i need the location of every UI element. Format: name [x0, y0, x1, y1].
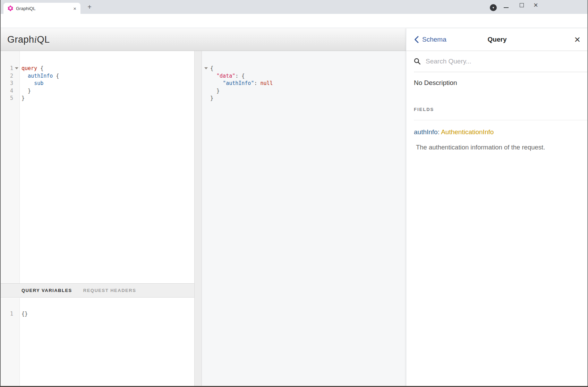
back-chevron-icon	[414, 36, 419, 43]
fold-arrow-icon[interactable]	[15, 67, 18, 69]
field-description: The authentication information of the re…	[416, 144, 545, 151]
graphiql-toolbar: GraphiQL PrettifyMergeCopyHistoryShare	[0, 28, 406, 51]
code-line[interactable]: sub	[22, 79, 43, 87]
line-number: 1	[0, 310, 13, 318]
tab-title: GraphiQL	[16, 6, 72, 11]
line-number: 2	[0, 72, 13, 80]
code-line[interactable]: "authInfo": null	[210, 79, 273, 87]
fields-divider	[414, 120, 588, 120]
code-line[interactable]: }	[22, 94, 25, 102]
field-name-link[interactable]: authInfo	[414, 128, 438, 136]
code-line[interactable]: }	[210, 94, 213, 102]
field-entry: authInfo: AuthenticationInfo	[414, 128, 494, 136]
browser-toolbar: ← → ↻ i localhost:3000/graphql ☆ P ✛	[0, 14, 588, 28]
graphql-logo-icon	[8, 6, 13, 11]
code-line[interactable]: {}	[22, 310, 28, 318]
window-border-left	[0, 0, 1, 387]
field-type-link[interactable]: AuthenticationInfo	[441, 128, 494, 136]
tab-search-icon[interactable]: ▾	[490, 4, 497, 11]
fields-heading: FIELDS	[414, 107, 434, 112]
line-number: 5	[0, 94, 13, 102]
code-line[interactable]: query {	[22, 64, 43, 72]
code-line[interactable]: "data": {	[210, 72, 245, 80]
tab-close-icon[interactable]: ×	[72, 6, 78, 11]
code-line[interactable]: }	[22, 87, 31, 95]
doc-explorer-back-link[interactable]: Schema	[414, 36, 446, 43]
new-tab-button[interactable]: +	[85, 3, 94, 11]
doc-search-field[interactable]: Search Query...	[414, 51, 588, 72]
variables-tab-bar: QUERY VARIABLESREQUEST HEADERS	[0, 283, 194, 298]
type-description: No Description	[414, 79, 457, 87]
browser-window: GraphiQL × + ▾ × ← → ↻ i localhost:3000/…	[0, 0, 588, 387]
browser-tab[interactable]: GraphiQL ×	[3, 3, 80, 14]
result-viewer[interactable]: { "data": { "authInfo": null }}	[202, 51, 406, 387]
graphiql-logo: GraphiQL	[7, 34, 50, 45]
line-number: 4	[0, 87, 13, 95]
minimize-icon[interactable]	[504, 7, 509, 8]
maximize-icon[interactable]	[520, 3, 524, 7]
tab-request-headers[interactable]: REQUEST HEADERS	[83, 288, 136, 293]
query-editor[interactable]: 1query {2 authInfo {3 sub4 }5}	[0, 51, 194, 283]
pane-resize-handle[interactable]	[194, 51, 202, 387]
code-line[interactable]: }	[210, 87, 220, 95]
query-variables-editor[interactable]: 1{}	[0, 298, 194, 386]
tab-query-variables[interactable]: QUERY VARIABLES	[22, 288, 72, 293]
line-number: 1	[0, 64, 13, 72]
doc-back-label: Schema	[422, 36, 446, 43]
search-placeholder: Search Query...	[426, 58, 471, 65]
fold-arrow-icon[interactable]	[204, 67, 208, 69]
code-line[interactable]: {	[210, 64, 213, 72]
line-number: 3	[0, 79, 13, 87]
doc-close-icon[interactable]: ×	[574, 36, 580, 43]
doc-explorer-header: Schema Query ×	[406, 28, 588, 51]
doc-explorer-panel: Schema Query × Search Query... No Descri…	[406, 28, 588, 387]
search-icon	[414, 58, 421, 65]
window-close-icon[interactable]: ×	[534, 1, 538, 10]
tab-strip: GraphiQL × + ▾ ×	[0, 0, 588, 14]
code-line[interactable]: authInfo {	[22, 72, 59, 80]
